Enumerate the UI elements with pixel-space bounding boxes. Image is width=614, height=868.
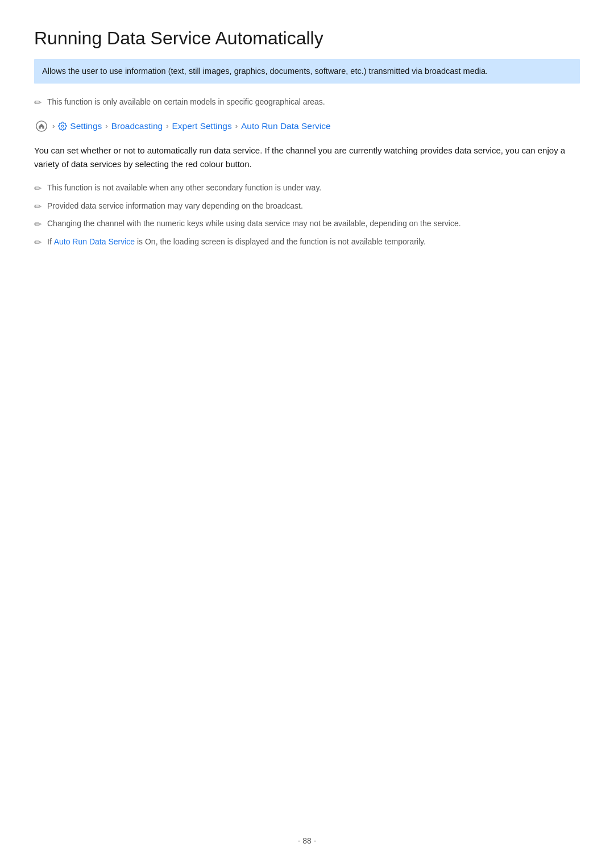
pencil-icon-3: ✏	[34, 201, 42, 212]
additional-note-item-3: ✏ Changing the channel with the numeric …	[34, 218, 580, 230]
note-item-1: ✏ This function is only available on cer…	[34, 96, 580, 109]
home-icon	[34, 119, 49, 134]
body-text: You can set whether or not to automatica…	[34, 144, 580, 172]
breadcrumb-auto-run-link[interactable]: Auto Run Data Service	[241, 121, 331, 131]
additional-notes: ✏ This function is not available when an…	[34, 182, 580, 248]
additional-note-text-2: Provided data service information may va…	[47, 200, 303, 213]
additional-note-text-1: This function is not available when any …	[47, 182, 321, 194]
svg-point-1	[61, 125, 64, 127]
page-footer: - 88 -	[0, 836, 614, 845]
additional-note-item-2: ✏ Provided data service information may …	[34, 200, 580, 213]
additional-note-item-4: ✏ If Auto Run Data Service is On, the lo…	[34, 236, 580, 248]
settings-icon	[58, 122, 67, 131]
breadcrumb-sep-1: ›	[52, 122, 55, 130]
pencil-icon-5: ✏	[34, 237, 42, 248]
breadcrumb-sep-3: ›	[166, 122, 168, 130]
additional-note-item-1: ✏ This function is not available when an…	[34, 182, 580, 194]
breadcrumb-broadcasting-link[interactable]: Broadcasting	[111, 121, 163, 131]
additional-note-text-3: Changing the channel with the numeric ke…	[47, 218, 461, 230]
note4-prefix: If	[47, 237, 54, 246]
highlight-box: Allows the user to use information (text…	[34, 59, 580, 83]
breadcrumb-sep-4: ›	[235, 122, 238, 130]
breadcrumb-expert-settings-link[interactable]: Expert Settings	[172, 121, 232, 131]
pencil-icon-2: ✏	[34, 183, 42, 194]
auto-run-data-service-link[interactable]: Auto Run Data Service	[54, 237, 135, 246]
breadcrumb-settings-label: Settings	[70, 121, 102, 131]
additional-note-text-4: If Auto Run Data Service is On, the load…	[47, 236, 426, 248]
breadcrumb: › Settings › Broadcasting › Expert Setti…	[34, 119, 580, 134]
note4-suffix: is On, the loading screen is displayed a…	[135, 237, 426, 246]
page-title: Running Data Service Automatically	[34, 27, 580, 49]
breadcrumb-sep-2: ›	[105, 122, 107, 130]
page-number: - 88 -	[298, 836, 317, 845]
pencil-icon-1: ✏	[34, 97, 42, 108]
note-text-1: This function is only available on certa…	[47, 96, 325, 109]
pencil-icon-4: ✏	[34, 219, 42, 230]
